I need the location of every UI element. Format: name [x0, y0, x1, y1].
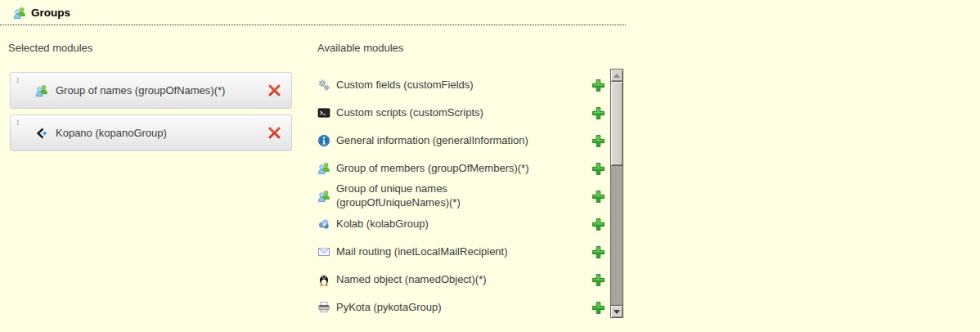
- add-icon: [591, 273, 605, 287]
- kolab-icon: [317, 218, 330, 231]
- add-icon: [591, 106, 605, 120]
- available-module-row: Custom fields (customFields): [317, 71, 605, 99]
- module-icon-holder: [317, 301, 330, 314]
- add-module-button[interactable]: [591, 79, 605, 92]
- available-module-row: Custom scripts (customScripts): [317, 99, 605, 127]
- module-label: PyKota (pykotaGroup): [336, 301, 549, 315]
- remove-module-button[interactable]: [267, 126, 281, 140]
- module-label: Custom fields (customFields): [336, 79, 549, 92]
- add-icon: [591, 218, 605, 231]
- module-label: Kopano (kopanoGroup): [56, 127, 167, 139]
- add-module-button[interactable]: [591, 106, 605, 120]
- scrollbar-thumb[interactable]: [611, 82, 623, 166]
- selected-module-row[interactable]: ↕ Group of names (groupOfNames)(*): [10, 72, 292, 109]
- module-label: Named object (namedObject)(*): [336, 273, 549, 287]
- arrow-down-icon: [614, 310, 620, 314]
- add-module-button[interactable]: [591, 273, 605, 287]
- module-icon-holder: [35, 84, 48, 97]
- available-modules-list: Custom fields (customFields) Custom scri…: [317, 71, 605, 321]
- drag-handle-icon[interactable]: ↕: [16, 116, 20, 128]
- module-icon-holder: [317, 106, 330, 119]
- available-module-row: Named object (namedObject)(*): [317, 266, 605, 294]
- info-icon: [317, 134, 330, 147]
- add-icon: [591, 190, 605, 204]
- add-module-button[interactable]: [591, 134, 605, 148]
- scrollbar-down-button[interactable]: [611, 305, 623, 317]
- available-module-row: PyKota (pykotaGroup): [317, 294, 605, 321]
- printer-icon: [317, 301, 330, 314]
- add-module-button[interactable]: [591, 218, 605, 231]
- page-title: Groups: [31, 7, 70, 19]
- add-module-button[interactable]: [591, 245, 605, 259]
- available-module-row: Mail routing (inetLocalMailRecipient): [317, 238, 605, 266]
- tux-icon: [317, 273, 330, 286]
- add-icon: [591, 134, 605, 148]
- group-icon: [317, 190, 330, 203]
- add-module-button[interactable]: [591, 162, 605, 176]
- mail-icon: [317, 245, 330, 258]
- module-label: Group of members (groupOfMembers)(*): [336, 162, 549, 176]
- delete-icon: [267, 83, 281, 97]
- module-icon-holder: [317, 162, 330, 175]
- add-module-button[interactable]: [591, 190, 605, 204]
- group-icon: [35, 84, 48, 97]
- kopano-icon: [35, 127, 48, 140]
- module-icon-holder: [317, 79, 330, 92]
- available-modules-scrollbar[interactable]: [610, 69, 623, 318]
- available-module-row: General information (generalInformation): [317, 127, 605, 155]
- add-icon: [591, 162, 605, 176]
- available-module-row: Kolab (kolabGroup): [317, 210, 605, 238]
- terminal-icon: [317, 106, 330, 119]
- delete-icon: [267, 126, 281, 140]
- module-icon-holder: [317, 218, 330, 231]
- gears-icon: [317, 79, 330, 92]
- add-module-button[interactable]: [591, 301, 605, 315]
- available-module-row: Group of unique names (groupOfUniqueName…: [317, 182, 605, 210]
- drag-handle-icon[interactable]: ↕: [16, 74, 20, 85]
- module-icon-holder: [317, 273, 330, 286]
- module-label: Custom scripts (customScripts): [336, 106, 549, 120]
- selected-module-row[interactable]: ↕ Kopano (kopanoGroup): [10, 114, 292, 151]
- add-icon: [591, 245, 605, 259]
- module-label: Group of unique names (groupOfUniqueName…: [336, 182, 549, 209]
- module-label: Group of names (groupOfNames)(*): [56, 84, 225, 96]
- add-icon: [591, 79, 605, 92]
- arrow-up-icon: [614, 74, 620, 78]
- group-icon: [317, 162, 330, 175]
- module-icon-holder: [317, 134, 330, 147]
- module-icon-holder: [317, 190, 330, 203]
- module-label: General information (generalInformation): [336, 134, 549, 148]
- groups-icon: [13, 7, 26, 20]
- module-label: Mail routing (inetLocalMailRecipient): [336, 245, 549, 259]
- selected-modules-heading: Selected modules: [8, 42, 92, 54]
- selected-modules-list: ↕ Group of names (groupOfNames)(*) ↕ Kop…: [10, 72, 292, 157]
- section-header: Groups: [0, 0, 626, 25]
- available-modules-heading: Available modules: [317, 42, 403, 54]
- groups-module-settings-page: Groups Selected modules Available module…: [0, 0, 980, 332]
- group-icon: [13, 7, 26, 20]
- remove-module-button[interactable]: [267, 83, 281, 97]
- available-module-row: Group of members (groupOfMembers)(*): [317, 155, 605, 182]
- module-label: Kolab (kolabGroup): [336, 218, 549, 231]
- add-icon: [591, 301, 605, 315]
- module-icon-holder: [317, 245, 330, 258]
- scrollbar-up-button[interactable]: [611, 70, 623, 82]
- module-icon-holder: [35, 127, 48, 140]
